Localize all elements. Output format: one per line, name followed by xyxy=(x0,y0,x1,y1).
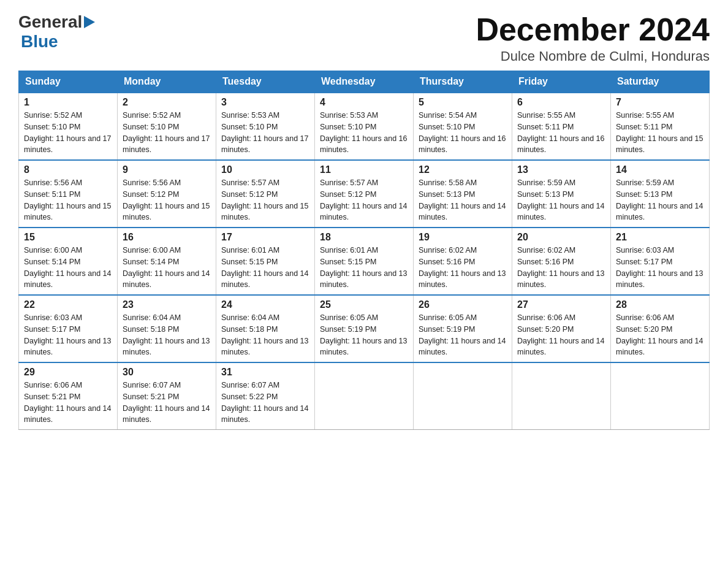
calendar-cell: 15 Sunrise: 6:00 AM Sunset: 5:14 PM Dayl… xyxy=(19,228,118,295)
day-info: Sunrise: 6:07 AM Sunset: 5:22 PM Dayligh… xyxy=(221,380,309,426)
day-info: Sunrise: 5:56 AM Sunset: 5:12 PM Dayligh… xyxy=(123,177,211,223)
calendar-header: SundayMondayTuesdayWednesdayThursdayFrid… xyxy=(19,71,710,93)
day-info: Sunrise: 6:01 AM Sunset: 5:15 PM Dayligh… xyxy=(221,245,309,291)
day-info: Sunrise: 5:56 AM Sunset: 5:11 PM Dayligh… xyxy=(24,177,112,223)
day-number: 24 xyxy=(221,299,309,310)
day-info: Sunrise: 5:59 AM Sunset: 5:13 PM Dayligh… xyxy=(616,177,704,223)
calendar-cell: 16 Sunrise: 6:00 AM Sunset: 5:14 PM Dayl… xyxy=(118,228,216,295)
day-info: Sunrise: 6:06 AM Sunset: 5:21 PM Dayligh… xyxy=(24,380,112,426)
calendar-cell: 10 Sunrise: 5:57 AM Sunset: 5:12 PM Dayl… xyxy=(216,160,315,228)
day-info: Sunrise: 6:00 AM Sunset: 5:14 PM Dayligh… xyxy=(123,245,211,291)
day-number: 27 xyxy=(517,299,605,310)
day-number: 26 xyxy=(419,299,507,310)
calendar-cell: 5 Sunrise: 5:54 AM Sunset: 5:10 PM Dayli… xyxy=(414,93,512,160)
day-info: Sunrise: 6:02 AM Sunset: 5:16 PM Dayligh… xyxy=(419,245,507,291)
logo-general-text: General xyxy=(18,12,82,32)
day-info: Sunrise: 6:02 AM Sunset: 5:16 PM Dayligh… xyxy=(517,245,605,291)
page-subtitle: Dulce Nombre de Culmi, Honduras xyxy=(476,48,710,64)
calendar-cell: 29 Sunrise: 6:06 AM Sunset: 5:21 PM Dayl… xyxy=(19,362,118,430)
calendar-cell: 7 Sunrise: 5:55 AM Sunset: 5:11 PM Dayli… xyxy=(611,93,710,160)
day-info: Sunrise: 5:53 AM Sunset: 5:10 PM Dayligh… xyxy=(221,110,309,156)
day-number: 12 xyxy=(419,164,507,175)
day-number: 22 xyxy=(24,299,112,310)
calendar-body: 1 Sunrise: 5:52 AM Sunset: 5:10 PM Dayli… xyxy=(19,93,710,430)
calendar-cell: 23 Sunrise: 6:04 AM Sunset: 5:18 PM Dayl… xyxy=(118,295,216,362)
week-row-2: 8 Sunrise: 5:56 AM Sunset: 5:11 PM Dayli… xyxy=(19,160,710,228)
calendar-cell: 12 Sunrise: 5:58 AM Sunset: 5:13 PM Dayl… xyxy=(414,160,512,228)
calendar-cell: 13 Sunrise: 5:59 AM Sunset: 5:13 PM Dayl… xyxy=(512,160,611,228)
day-number: 3 xyxy=(221,97,309,108)
week-row-4: 22 Sunrise: 6:03 AM Sunset: 5:17 PM Dayl… xyxy=(19,295,710,362)
calendar-cell: 21 Sunrise: 6:03 AM Sunset: 5:17 PM Dayl… xyxy=(611,228,710,295)
calendar-table: SundayMondayTuesdayWednesdayThursdayFrid… xyxy=(18,71,710,430)
day-info: Sunrise: 6:04 AM Sunset: 5:18 PM Dayligh… xyxy=(221,312,309,358)
day-number: 13 xyxy=(517,164,605,175)
day-info: Sunrise: 6:07 AM Sunset: 5:21 PM Dayligh… xyxy=(123,380,211,426)
calendar-cell: 18 Sunrise: 6:01 AM Sunset: 5:15 PM Dayl… xyxy=(315,228,414,295)
calendar-cell xyxy=(315,362,414,430)
calendar-cell: 6 Sunrise: 5:55 AM Sunset: 5:11 PM Dayli… xyxy=(512,93,611,160)
calendar-cell: 3 Sunrise: 5:53 AM Sunset: 5:10 PM Dayli… xyxy=(216,93,315,160)
day-header-friday: Friday xyxy=(512,71,611,93)
day-info: Sunrise: 5:53 AM Sunset: 5:10 PM Dayligh… xyxy=(320,110,408,156)
day-info: Sunrise: 6:00 AM Sunset: 5:14 PM Dayligh… xyxy=(24,245,112,291)
day-number: 7 xyxy=(616,97,704,108)
day-number: 21 xyxy=(616,232,704,243)
calendar-cell: 2 Sunrise: 5:52 AM Sunset: 5:10 PM Dayli… xyxy=(118,93,216,160)
page-title: December 2024 xyxy=(476,12,710,47)
day-number: 17 xyxy=(221,232,309,243)
day-info: Sunrise: 5:55 AM Sunset: 5:11 PM Dayligh… xyxy=(517,110,605,156)
day-number: 20 xyxy=(517,232,605,243)
day-header-saturday: Saturday xyxy=(611,71,710,93)
calendar-cell: 22 Sunrise: 6:03 AM Sunset: 5:17 PM Dayl… xyxy=(19,295,118,362)
calendar-cell: 30 Sunrise: 6:07 AM Sunset: 5:21 PM Dayl… xyxy=(118,362,216,430)
calendar-cell: 28 Sunrise: 6:06 AM Sunset: 5:20 PM Dayl… xyxy=(611,295,710,362)
calendar-cell: 19 Sunrise: 6:02 AM Sunset: 5:16 PM Dayl… xyxy=(414,228,512,295)
week-row-5: 29 Sunrise: 6:06 AM Sunset: 5:21 PM Dayl… xyxy=(19,362,710,430)
day-info: Sunrise: 5:59 AM Sunset: 5:13 PM Dayligh… xyxy=(517,177,605,223)
day-header-wednesday: Wednesday xyxy=(315,71,414,93)
day-info: Sunrise: 5:58 AM Sunset: 5:13 PM Dayligh… xyxy=(419,177,507,223)
day-number: 4 xyxy=(320,97,408,108)
page-header: General Blue December 2024 Dulce Nombre … xyxy=(18,12,710,64)
day-number: 14 xyxy=(616,164,704,175)
calendar-cell: 27 Sunrise: 6:06 AM Sunset: 5:20 PM Dayl… xyxy=(512,295,611,362)
day-info: Sunrise: 6:03 AM Sunset: 5:17 PM Dayligh… xyxy=(24,312,112,358)
day-number: 8 xyxy=(24,164,112,175)
day-info: Sunrise: 6:05 AM Sunset: 5:19 PM Dayligh… xyxy=(320,312,408,358)
week-row-3: 15 Sunrise: 6:00 AM Sunset: 5:14 PM Dayl… xyxy=(19,228,710,295)
calendar-cell: 1 Sunrise: 5:52 AM Sunset: 5:10 PM Dayli… xyxy=(19,93,118,160)
day-header-monday: Monday xyxy=(118,71,216,93)
calendar-cell: 8 Sunrise: 5:56 AM Sunset: 5:11 PM Dayli… xyxy=(19,160,118,228)
day-info: Sunrise: 6:04 AM Sunset: 5:18 PM Dayligh… xyxy=(123,312,211,358)
day-info: Sunrise: 5:57 AM Sunset: 5:12 PM Dayligh… xyxy=(221,177,309,223)
day-number: 29 xyxy=(24,367,112,378)
day-number: 2 xyxy=(123,97,211,108)
logo-blue-text: Blue xyxy=(21,32,58,52)
svg-marker-0 xyxy=(84,16,95,28)
calendar-cell xyxy=(512,362,611,430)
days-of-week-row: SundayMondayTuesdayWednesdayThursdayFrid… xyxy=(19,71,710,93)
calendar-cell: 26 Sunrise: 6:05 AM Sunset: 5:19 PM Dayl… xyxy=(414,295,512,362)
day-number: 10 xyxy=(221,164,309,175)
calendar-cell: 31 Sunrise: 6:07 AM Sunset: 5:22 PM Dayl… xyxy=(216,362,315,430)
day-number: 15 xyxy=(24,232,112,243)
day-info: Sunrise: 5:57 AM Sunset: 5:12 PM Dayligh… xyxy=(320,177,408,223)
day-header-thursday: Thursday xyxy=(414,71,512,93)
day-info: Sunrise: 5:54 AM Sunset: 5:10 PM Dayligh… xyxy=(419,110,507,156)
calendar-cell: 24 Sunrise: 6:04 AM Sunset: 5:18 PM Dayl… xyxy=(216,295,315,362)
day-number: 6 xyxy=(517,97,605,108)
day-info: Sunrise: 6:01 AM Sunset: 5:15 PM Dayligh… xyxy=(320,245,408,291)
day-info: Sunrise: 6:06 AM Sunset: 5:20 PM Dayligh… xyxy=(517,312,605,358)
day-info: Sunrise: 6:03 AM Sunset: 5:17 PM Dayligh… xyxy=(616,245,704,291)
calendar-cell xyxy=(611,362,710,430)
logo: General Blue xyxy=(18,12,95,52)
day-number: 23 xyxy=(123,299,211,310)
day-number: 9 xyxy=(123,164,211,175)
day-number: 16 xyxy=(123,232,211,243)
calendar-cell: 4 Sunrise: 5:53 AM Sunset: 5:10 PM Dayli… xyxy=(315,93,414,160)
title-block: December 2024 Dulce Nombre de Culmi, Hon… xyxy=(476,12,710,64)
day-number: 19 xyxy=(419,232,507,243)
day-number: 5 xyxy=(419,97,507,108)
day-header-sunday: Sunday xyxy=(19,71,118,93)
